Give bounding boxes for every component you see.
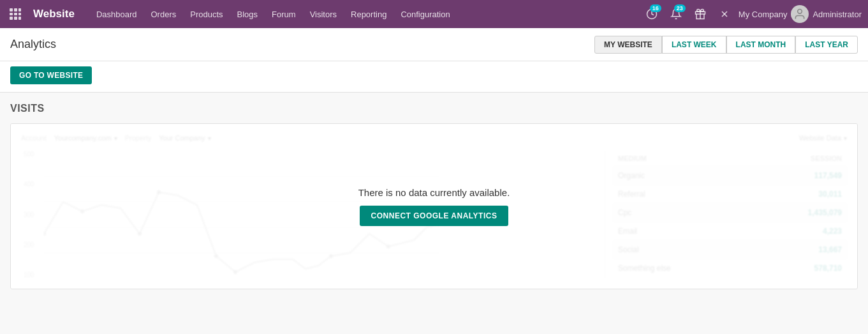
company-name[interactable]: My Company	[739, 10, 788, 19]
go-to-website-button[interactable]: GO TO WEBSITE	[10, 66, 92, 84]
filter-last-year[interactable]: LAST YEAR	[795, 36, 858, 54]
svg-rect-4	[14, 13, 17, 15]
nav-item-reporting[interactable]: Reporting	[344, 6, 393, 23]
notification-badge: 23	[674, 4, 686, 12]
admin-name[interactable]: Administrator	[813, 10, 862, 19]
nav-item-blogs[interactable]: Blogs	[231, 6, 265, 23]
gift-icon[interactable]	[690, 4, 710, 24]
section-title: VISITS	[10, 103, 858, 114]
nav-item-products[interactable]: Products	[184, 6, 229, 23]
avatar[interactable]	[791, 5, 809, 23]
nav-right: 16 23 My Company	[642, 4, 862, 24]
nav-item-dashboard[interactable]: Dashboard	[90, 6, 143, 23]
nav-item-visitors[interactable]: Visitors	[304, 6, 343, 23]
nav-item-forum[interactable]: Forum	[265, 6, 302, 23]
filter-buttons: MY WEBSITE LAST WEEK LAST MONTH LAST YEA…	[594, 36, 858, 54]
connect-google-analytics-button[interactable]: CONNECT GOOGLE ANALYTICS	[360, 206, 509, 226]
overlay: There is no data currently available. CO…	[11, 124, 857, 289]
nav-menu: Dashboard Orders Products Blogs Forum Vi…	[90, 6, 638, 23]
app-title: Website	[28, 8, 80, 20]
svg-point-14	[798, 10, 802, 14]
svg-rect-5	[18, 13, 21, 15]
main-content: VISITS There is no data currently availa…	[0, 93, 868, 334]
activity-badge: 16	[650, 4, 661, 12]
activity-icon[interactable]: 16	[642, 4, 662, 24]
sub-header: GO TO WEBSITE	[0, 61, 868, 93]
page-header: Analytics MY WEBSITE LAST WEEK LAST MONT…	[0, 28, 868, 61]
top-navigation: Website Dashboard Orders Products Blogs …	[0, 0, 868, 28]
page-title: Analytics	[10, 38, 56, 51]
svg-rect-7	[14, 17, 17, 20]
filter-my-website[interactable]: MY WEBSITE	[594, 36, 662, 54]
overlay-message: There is no data currently available.	[358, 187, 510, 198]
filter-last-week[interactable]: LAST WEEK	[662, 36, 726, 54]
filter-last-month[interactable]: LAST MONTH	[726, 36, 796, 54]
svg-rect-2	[18, 8, 21, 11]
svg-rect-6	[10, 17, 13, 20]
svg-rect-0	[10, 8, 13, 11]
svg-rect-8	[18, 17, 21, 20]
svg-rect-1	[14, 8, 17, 11]
visits-container: There is no data currently available. CO…	[10, 123, 858, 289]
close-icon[interactable]	[714, 4, 735, 24]
grid-icon[interactable]	[6, 5, 24, 23]
svg-rect-3	[10, 13, 13, 15]
notification-icon[interactable]: 23	[666, 4, 686, 24]
nav-item-configuration[interactable]: Configuration	[394, 6, 456, 23]
nav-item-orders[interactable]: Orders	[144, 6, 182, 23]
